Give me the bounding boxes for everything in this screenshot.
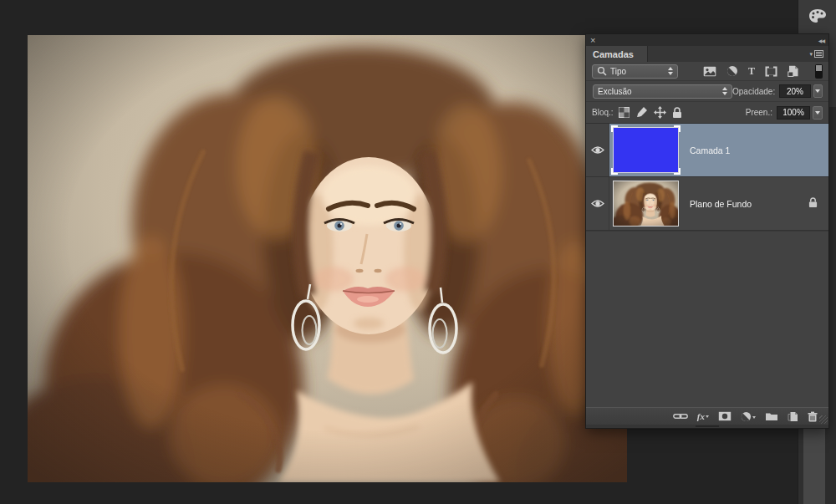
layer-name[interactable]: Plano de Fundo <box>690 199 752 209</box>
color-panel-icon[interactable] <box>806 7 829 25</box>
delete-layer-trash-icon[interactable] <box>808 411 818 422</box>
panel-tab-strip: Camadas ▾ <box>586 46 828 62</box>
canvas-image <box>28 35 627 482</box>
layer-thumbnail-photo <box>614 181 678 226</box>
panel-footer-bar: fx <box>586 407 828 425</box>
document-canvas[interactable] <box>28 35 627 482</box>
layers-list: Camada 1 Plano de Fundo <box>586 124 828 232</box>
fill-stepper[interactable] <box>813 106 823 120</box>
shape-filter-icon[interactable] <box>765 66 777 77</box>
add-layer-mask-icon[interactable] <box>718 411 732 421</box>
opacity-stepper[interactable] <box>813 84 823 98</box>
tab-strip-filler <box>648 46 804 62</box>
collapse-panels-icon[interactable]: ◀◀ <box>818 38 824 43</box>
layer-thumbnail-wrap[interactable] <box>614 128 678 172</box>
menu-lines-icon <box>814 50 823 58</box>
new-layer-icon[interactable] <box>788 411 798 422</box>
tab-camadas[interactable]: Camadas <box>586 46 648 62</box>
layer-filter-row: Tipo T <box>586 62 828 81</box>
adjustment-filter-icon[interactable] <box>726 65 738 77</box>
filter-type-label: Tipo <box>610 67 626 76</box>
lock-position-move-icon[interactable] <box>654 106 666 119</box>
new-group-folder-icon[interactable] <box>765 411 778 421</box>
chevron-down-icon: ▾ <box>809 51 813 58</box>
opacity-label: Opacidade: <box>732 87 775 96</box>
panel-drag-grip[interactable] <box>586 425 828 428</box>
lock-row: Bloq.: Preen.: 100% <box>586 102 828 124</box>
panel-menu-icon[interactable]: ▾ <box>804 46 828 62</box>
dropdown-arrows-icon <box>722 87 727 95</box>
pixel-filter-icon[interactable] <box>703 66 716 77</box>
panel-header-bar: × ◀◀ <box>586 34 828 46</box>
link-layers-icon[interactable] <box>673 412 688 420</box>
filter-kind-buttons: T <box>703 65 799 78</box>
blend-mode-row: Exclusão Opacidade: 20% <box>586 81 828 102</box>
panel-resize-grip[interactable] <box>819 415 828 424</box>
close-icon[interactable]: × <box>590 36 595 44</box>
fill-value[interactable]: 100% <box>777 106 810 120</box>
lock-pixels-brush-icon[interactable] <box>635 106 648 119</box>
type-filter-icon[interactable]: T <box>748 65 755 78</box>
dropdown-arrows-icon <box>668 67 673 75</box>
layer-row-camada-1[interactable]: Camada 1 <box>586 124 828 177</box>
layers-panel: × ◀◀ Camadas ▾ Tipo T <box>585 33 829 429</box>
layer-thumbnail-wrap[interactable] <box>614 181 678 226</box>
layer-row-plano-de-fundo[interactable]: Plano de Fundo <box>586 177 828 231</box>
layer-thumbnail-fill <box>614 128 678 172</box>
new-adjustment-layer-icon[interactable] <box>741 411 756 422</box>
filter-type-dropdown[interactable]: Tipo <box>592 64 678 79</box>
search-icon <box>597 66 607 76</box>
blend-mode-value: Exclusão <box>598 87 632 96</box>
visibility-eye-icon[interactable] <box>586 177 609 230</box>
layer-name[interactable]: Camada 1 <box>690 145 730 155</box>
selection-corner-icon <box>674 168 681 175</box>
locked-layer-icon <box>808 197 818 210</box>
selection-corner-icon <box>611 168 618 175</box>
selection-corner-icon <box>611 125 618 132</box>
fill-label: Preen.: <box>746 108 772 117</box>
lock-all-icon[interactable] <box>672 107 682 119</box>
blend-mode-dropdown[interactable]: Exclusão <box>593 84 732 99</box>
visibility-eye-icon[interactable] <box>586 124 609 176</box>
smart-object-filter-icon[interactable] <box>788 65 799 77</box>
lock-buttons <box>619 106 682 119</box>
layer-style-fx-icon[interactable]: fx <box>697 411 709 421</box>
lock-label: Bloq.: <box>592 108 614 117</box>
filter-toggle-switch[interactable] <box>815 64 823 79</box>
lock-transparency-icon[interactable] <box>619 107 630 118</box>
selection-corner-icon <box>674 125 681 132</box>
opacity-value[interactable]: 20% <box>779 84 810 98</box>
layers-empty-area[interactable] <box>586 232 828 407</box>
